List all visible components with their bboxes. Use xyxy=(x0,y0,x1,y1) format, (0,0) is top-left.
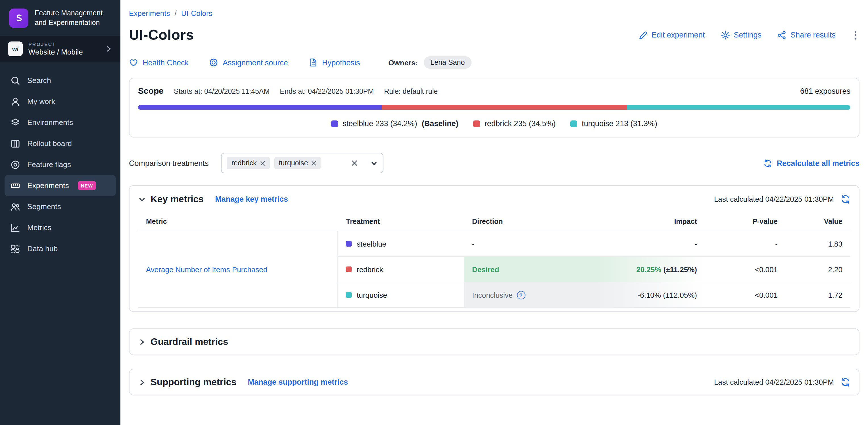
layers-icon xyxy=(10,117,21,127)
share-results-button[interactable]: Share results xyxy=(777,30,836,39)
legend-label: steelblue 233 (34.2%) xyxy=(343,119,417,128)
feature-flag-icon xyxy=(10,159,21,170)
remove-chip-icon[interactable] xyxy=(311,160,316,165)
scope-card: Scope Starts at: 04/20/2025 11:45AM Ends… xyxy=(129,78,860,138)
sidebar-item-experiments[interactable]: Experiments NEW xyxy=(4,175,116,196)
value-cell: 2.20 xyxy=(786,265,850,274)
title-row: UI-Colors Edit experiment Settings Share… xyxy=(129,27,860,43)
legend-item-redbrick: redbrick 235 (34.5%) xyxy=(473,119,556,128)
direction-cell: Inconclusive xyxy=(464,291,611,299)
treatment-name: turquoise xyxy=(357,291,387,299)
sidebar-item-label: Search xyxy=(27,76,51,85)
board-columns-icon xyxy=(10,138,21,149)
treatment-chip-redbrick[interactable]: redbrick xyxy=(227,157,270,169)
last-calculated-text: Last calculated 04/22/2025 01:30PM xyxy=(714,195,834,204)
treatment-cell: redbrick xyxy=(338,265,464,274)
gear-icon xyxy=(721,30,730,39)
swatch-turquoise xyxy=(346,292,352,298)
metric-name-link[interactable]: Average Number of Items Purchased xyxy=(146,265,267,274)
sidebar-item-segments[interactable]: Segments xyxy=(4,196,116,217)
sidebar-item-label: My work xyxy=(27,97,55,106)
direction-impact-cells: - - xyxy=(464,231,705,256)
impact-cell: 20.25% (±11.25%) xyxy=(611,265,705,274)
swatch-steelblue xyxy=(346,241,352,247)
impact-cell: -6.10% (±12.05%) xyxy=(611,291,705,299)
header-actions: Edit experiment Settings Share results xyxy=(639,29,860,41)
assignment-source-label: Assignment source xyxy=(223,58,288,67)
page-title: UI-Colors xyxy=(129,27,194,43)
sidebar-item-metrics[interactable]: Metrics xyxy=(4,217,116,238)
hypothesis-link[interactable]: Hypothesis xyxy=(308,58,360,67)
swatch-steelblue xyxy=(331,120,338,127)
chip-label: turquoise xyxy=(279,159,308,167)
bar-segment-turquoise xyxy=(627,105,850,110)
collapse-chevron-right-icon[interactable] xyxy=(138,338,146,346)
sidebar-item-rollout-board[interactable]: Rollout board xyxy=(4,133,116,154)
scope-title: Scope xyxy=(138,86,164,95)
col-p-value: P-value xyxy=(705,218,786,225)
key-metrics-table: Metric Treatment Direction Impact P-valu… xyxy=(138,212,850,308)
treatment-chip-turquoise[interactable]: turquoise xyxy=(274,157,321,169)
legend-label: turquoise 213 (31.3%) xyxy=(582,119,657,128)
exposure-bar xyxy=(138,105,850,110)
people-icon xyxy=(10,202,21,212)
guardrail-metrics-title: Guardrail metrics xyxy=(151,336,228,347)
table-row: turquoise Inconclusive -6.10% (±12.05%) xyxy=(338,282,850,308)
scope-header: Scope Starts at: 04/20/2025 11:45AM Ends… xyxy=(138,86,850,95)
project-name: Website / Mobile xyxy=(28,48,83,56)
last-calculated-text: Last calculated 04/22/2025 01:30PM xyxy=(714,378,834,386)
comparison-row: Comparison treatments redbrick turquoise… xyxy=(129,153,860,173)
refresh-icon[interactable] xyxy=(841,377,850,387)
sidebar-item-search[interactable]: Search xyxy=(4,70,116,91)
refresh-icon[interactable] xyxy=(841,194,850,204)
supporting-metrics-card[interactable]: Supporting metrics Manage supporting met… xyxy=(129,369,860,395)
sidebar-item-data-hub[interactable]: Data hub xyxy=(4,238,116,259)
swatch-redbrick xyxy=(473,120,480,127)
sidebar-item-environments[interactable]: Environments xyxy=(4,112,116,133)
assignment-source-link[interactable]: Assignment source xyxy=(209,58,288,67)
direction-impact-cells: Inconclusive -6.10% (±12.05%) xyxy=(464,282,705,307)
chip-label: redbrick xyxy=(231,159,257,167)
col-treatment: Treatment xyxy=(338,218,464,225)
treatment-name: steelblue xyxy=(357,240,386,248)
sidebar-item-feature-flags[interactable]: Feature flags xyxy=(4,154,116,175)
swatch-turquoise xyxy=(570,120,577,127)
refresh-icon xyxy=(764,159,772,167)
bar-segment-redbrick xyxy=(382,105,627,110)
scope-exposures: 681 exposures xyxy=(800,87,850,95)
scope-ends: Ends at: 04/22/2025 01:30PM xyxy=(280,88,374,95)
more-options-button[interactable] xyxy=(851,29,860,41)
collapse-chevron-down-icon[interactable] xyxy=(138,195,146,203)
remove-chip-icon[interactable] xyxy=(260,160,265,165)
baseline-label: (Baseline) xyxy=(422,119,458,128)
breadcrumb-current[interactable]: UI-Colors xyxy=(181,9,213,18)
settings-button[interactable]: Settings xyxy=(721,30,762,39)
clear-selection-icon[interactable] xyxy=(351,160,358,166)
impact-value: - xyxy=(694,240,697,248)
treatment-rows: steelblue - - - 1.83 xyxy=(338,231,850,308)
bar-segment-steelblue xyxy=(138,105,382,110)
health-check-link[interactable]: Health Check xyxy=(129,58,189,67)
edit-experiment-button[interactable]: Edit experiment xyxy=(639,30,705,39)
project-switcher[interactable]: w/ PROJECT Website / Mobile xyxy=(0,36,120,62)
chart-icon xyxy=(10,222,21,233)
recalculate-all-metrics-button[interactable]: Recalculate all metrics xyxy=(764,159,860,167)
manage-supporting-metrics-link[interactable]: Manage supporting metrics xyxy=(248,378,348,386)
col-metric: Metric xyxy=(138,218,338,225)
collapse-chevron-right-icon[interactable] xyxy=(138,378,146,386)
sidebar-item-my-work[interactable]: My work xyxy=(4,91,116,112)
info-icon[interactable] xyxy=(517,291,525,299)
key-metrics-header: Key metrics Manage key metrics Last calc… xyxy=(138,194,850,205)
search-icon xyxy=(10,75,21,86)
breadcrumb-experiments[interactable]: Experiments xyxy=(129,9,170,18)
app-title: Feature Management and Experimentation xyxy=(35,8,110,28)
manage-key-metrics-link[interactable]: Manage key metrics xyxy=(215,195,288,204)
sidebar-item-label: Metrics xyxy=(27,223,52,232)
target-icon xyxy=(209,58,218,67)
col-impact: Impact xyxy=(611,218,705,225)
grid-icon xyxy=(10,243,21,254)
main-content: Experiments / UI-Colors UI-Colors Edit e… xyxy=(120,0,868,425)
guardrail-metrics-card[interactable]: Guardrail metrics xyxy=(129,328,860,355)
treatments-multiselect[interactable]: redbrick turquoise xyxy=(221,153,384,173)
chevron-down-icon[interactable] xyxy=(366,159,378,167)
